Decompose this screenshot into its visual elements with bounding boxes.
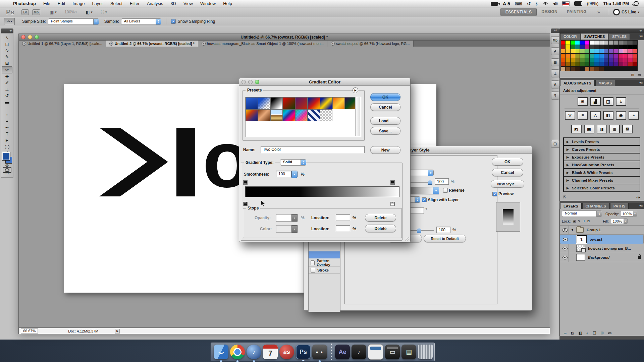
- color-swatch[interactable]: [580, 62, 584, 66]
- gradient-preset[interactable]: [295, 109, 308, 121]
- layer-thumbnail[interactable]: [576, 245, 585, 252]
- expand-arrow-icon[interactable]: ▶: [567, 148, 569, 151]
- layer-thumbnail[interactable]: T: [577, 235, 587, 243]
- color-swatch[interactable]: [623, 62, 628, 66]
- color-swatch[interactable]: [609, 62, 613, 66]
- color-swatch[interactable]: [571, 41, 575, 45]
- color-swatch[interactable]: [599, 49, 604, 53]
- color-swatch[interactable]: [585, 41, 589, 45]
- color-swatch[interactable]: [619, 45, 623, 49]
- color-swatch[interactable]: [590, 54, 594, 58]
- menu-item[interactable]: File: [40, 0, 54, 7]
- tab-close-icon[interactable]: ×: [202, 42, 206, 46]
- eraser-tool[interactable]: ▬: [2, 99, 12, 105]
- color-swatch[interactable]: [619, 41, 623, 45]
- dock-separator[interactable]: [329, 344, 333, 360]
- foreground-color-swatch[interactable]: [2, 152, 10, 160]
- color-swatch[interactable]: [628, 41, 632, 45]
- color-swatch[interactable]: [571, 62, 575, 66]
- color-swatch[interactable]: [619, 58, 623, 62]
- color-swatch[interactable]: [623, 54, 628, 58]
- path-selection-tool[interactable]: ►: [2, 137, 12, 143]
- gradient-load-button[interactable]: Load...: [370, 117, 400, 125]
- dock-photoshop[interactable]: Ps: [296, 345, 311, 359]
- gradient-tool[interactable]: [2, 105, 12, 112]
- color-swatch[interactable]: [594, 54, 599, 58]
- color-swatch[interactable]: [628, 54, 632, 58]
- color-swatch[interactable]: [575, 49, 580, 53]
- layer-style-cancel-button[interactable]: Cancel: [492, 169, 523, 176]
- lock-all-icon[interactable]: ◘: [588, 219, 590, 223]
- panel-tab[interactable]: COLOR: [560, 33, 580, 40]
- color-swatch[interactable]: [599, 45, 604, 49]
- adobe-app-icon[interactable]: A 5: [503, 1, 510, 6]
- gradient-name-field[interactable]: Two Color: [261, 146, 365, 153]
- wifi-icon[interactable]: [543, 2, 548, 6]
- color-swatch[interactable]: [599, 62, 604, 66]
- color-swatch[interactable]: [571, 45, 575, 49]
- arrange-documents-icon[interactable]: ◧: [86, 10, 90, 15]
- gradient-ok-button[interactable]: OK: [370, 93, 400, 101]
- blend-mode-select[interactable]: Normal ▲▼: [562, 210, 602, 217]
- color-stop-right[interactable]: [390, 197, 395, 202]
- smoothness-dropdown-icon[interactable]: ▼: [291, 171, 298, 178]
- delete-swatch-icon[interactable]: ▭: [638, 73, 641, 77]
- color-swatch[interactable]: [628, 45, 632, 49]
- cs-live-button[interactable]: CS Live ▾: [613, 9, 639, 15]
- group-expander-icon[interactable]: ▼: [571, 228, 574, 232]
- align-with-layer-checkbox[interactable]: [422, 197, 427, 202]
- menu-item[interactable]: Select: [107, 0, 126, 7]
- view-extras-icon[interactable]: ▥: [50, 10, 54, 15]
- gradient-preset[interactable]: [246, 97, 258, 109]
- new-layer-icon[interactable]: ⊞: [601, 331, 604, 335]
- adjustment-layer-icon[interactable]: ◐: [586, 331, 589, 335]
- color-swatch[interactable]: [633, 54, 637, 58]
- dock-after-effects[interactable]: Ae: [335, 345, 350, 359]
- gradient-save-button[interactable]: Save...: [370, 127, 400, 135]
- preset-row[interactable]: ▶ Selective Color Presets: [564, 184, 640, 191]
- color-swatch[interactable]: [585, 62, 589, 66]
- style-list-item[interactable]: Pattern Overlay: [309, 259, 340, 266]
- opacity-stop-left[interactable]: [243, 180, 248, 185]
- lock-transparency-icon[interactable]: ▣: [573, 219, 576, 223]
- delete-color-stop-button[interactable]: Delete: [365, 225, 396, 232]
- color-swatch[interactable]: [580, 41, 584, 45]
- expand-arrow-icon[interactable]: ▶: [567, 179, 569, 182]
- video-camera-icon[interactable]: [491, 2, 498, 6]
- style-checkbox[interactable]: [311, 268, 315, 273]
- invert-icon[interactable]: ◩: [571, 125, 582, 133]
- expand-arrow-icon[interactable]: ▶: [567, 163, 569, 167]
- pen-tool[interactable]: ✒: [2, 124, 12, 131]
- new-swatch-icon[interactable]: ⊞: [631, 73, 634, 77]
- color-swatch[interactable]: [590, 45, 594, 49]
- color-swatch[interactable]: [594, 45, 599, 49]
- color-swatch[interactable]: [609, 54, 613, 58]
- panel-tab[interactable]: LAYERS: [560, 203, 582, 209]
- brightness-contrast-icon[interactable]: ☀: [578, 97, 588, 106]
- color-swatch[interactable]: [561, 54, 565, 58]
- color-swatch[interactable]: [566, 58, 570, 62]
- workspace-button[interactable]: DESIGN: [537, 8, 562, 16]
- layer-name[interactable]: howcast-monogram_B...: [588, 246, 631, 250]
- color-swatch[interactable]: [609, 45, 613, 49]
- color-swatch[interactable]: [571, 58, 575, 62]
- layer-name[interactable]: owcast: [590, 237, 602, 241]
- dock-browser-window[interactable]: [368, 344, 383, 360]
- hue-saturation-icon[interactable]: ≡: [578, 111, 588, 120]
- battery-icon[interactable]: [574, 1, 582, 6]
- workspace-button[interactable]: PAINTING: [562, 8, 591, 16]
- layer-mask-icon[interactable]: ◧: [579, 331, 582, 335]
- dock-itunes[interactable]: ♪: [247, 345, 261, 359]
- toolbar-collapse-bar[interactable]: ◂◂: [1, 28, 13, 33]
- color-swatch[interactable]: [585, 49, 589, 53]
- color-swatch[interactable]: [585, 67, 589, 71]
- color-swatch[interactable]: [613, 54, 618, 58]
- color-swatch[interactable]: [613, 62, 618, 66]
- layer-comps-panel-icon[interactable]: ❏: [551, 140, 559, 148]
- doc-tab[interactable]: × Untitled-2 @ 66.7% (owcast, RGB/8) [sc…: [106, 41, 198, 47]
- gradient-new-button[interactable]: New: [370, 146, 400, 154]
- posterize-icon[interactable]: ▦: [584, 125, 594, 133]
- color-swatch[interactable]: [594, 67, 599, 71]
- workspace-overflow-button[interactable]: »: [593, 8, 605, 16]
- color-swatch[interactable]: [609, 58, 613, 62]
